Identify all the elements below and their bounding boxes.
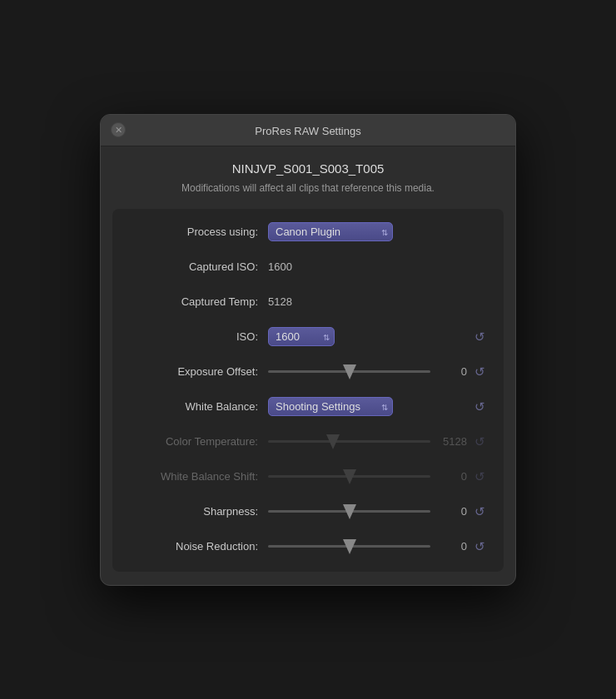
white-balance-row: White Balance: Shooting Settings Custom … (129, 395, 487, 419)
process-using-row: Process using: Canon Plugin Apple (129, 221, 487, 244)
process-using-select-wrapper: Canon Plugin Apple (268, 222, 393, 241)
iso-reset-button[interactable]: ↺ (472, 330, 487, 345)
exposure-offset-slider[interactable] (268, 370, 430, 373)
noise-reduction-reset-button[interactable]: ↺ (472, 539, 487, 554)
white-balance-shift-label: White Balance Shift: (129, 470, 258, 483)
process-using-select[interactable]: Canon Plugin Apple (268, 222, 393, 241)
exposure-offset-slider-track (268, 370, 430, 373)
iso-select[interactable]: 800 1600 3200 6400 (268, 327, 335, 346)
exposure-offset-row: Exposure Offset: 0 ↺ (129, 360, 487, 384)
color-temperature-row: Color Temperature: 5128 ↺ (129, 430, 487, 454)
exposure-offset-reset-button[interactable]: ↺ (472, 364, 487, 379)
captured-temp-value: 5128 (268, 295, 292, 308)
captured-iso-value: 1600 (268, 260, 292, 273)
iso-label: ISO: (129, 330, 258, 343)
sharpness-slider-track (268, 510, 430, 513)
white-balance-shift-row: White Balance Shift: 0 ↺ (129, 465, 487, 488)
exposure-offset-value: 0 (437, 365, 467, 378)
color-temperature-label: Color Temperature: (129, 435, 258, 448)
exposure-offset-label: Exposure Offset: (129, 365, 258, 378)
captured-temp-label: Captured Temp: (129, 295, 258, 308)
close-button[interactable]: ✕ (111, 122, 126, 137)
sharpness-value: 0 (437, 505, 467, 518)
noise-reduction-label: Noise Reduction: (129, 540, 258, 553)
dialog-title: ProRes RAW Settings (255, 125, 360, 137)
white-balance-select[interactable]: Shooting Settings Custom Auto (268, 397, 393, 416)
sharpness-label: Sharpness: (129, 505, 258, 518)
white-balance-shift-slider-track (268, 475, 430, 478)
settings-panel: Process using: Canon Plugin Apple Captur… (112, 209, 504, 572)
color-temperature-reset-button: ↺ (472, 434, 487, 449)
captured-temp-row: Captured Temp: 5128 (129, 290, 487, 314)
white-balance-shift-value: 0 (437, 470, 467, 483)
white-balance-reset-button[interactable]: ↺ (472, 399, 487, 414)
noise-reduction-slider[interactable] (268, 545, 430, 548)
white-balance-shift-slider (268, 475, 430, 478)
color-temperature-slider (268, 440, 430, 443)
white-balance-shift-reset-button: ↺ (472, 469, 487, 484)
noise-reduction-slider-track (268, 545, 430, 548)
sharpness-row: Sharpness: 0 ↺ (129, 500, 487, 523)
sharpness-reset-button[interactable]: ↺ (472, 504, 487, 519)
captured-iso-row: Captured ISO: 1600 (129, 255, 487, 279)
noise-reduction-row: Noise Reduction: 0 ↺ (129, 535, 487, 558)
sharpness-slider[interactable] (268, 510, 430, 513)
noise-reduction-value: 0 (437, 540, 467, 553)
captured-iso-label: Captured ISO: (129, 260, 258, 273)
process-using-label: Process using: (129, 226, 258, 238)
white-balance-label: White Balance: (129, 400, 258, 413)
title-bar: ✕ ProRes RAW Settings (101, 115, 515, 146)
color-temperature-slider-track (268, 440, 430, 443)
iso-row: ISO: 800 1600 3200 6400 ↺ (129, 325, 487, 349)
color-temperature-value: 5128 (437, 435, 467, 448)
prores-raw-settings-dialog: ✕ ProRes RAW Settings NINJVP_S001_S003_T… (100, 114, 516, 586)
filename: NINJVP_S001_S003_T005 (117, 161, 499, 176)
iso-select-wrapper: 800 1600 3200 6400 (268, 327, 335, 346)
dialog-header: NINJVP_S001_S003_T005 Modifications will… (101, 146, 515, 202)
subtitle: Modifications will affect all clips that… (117, 182, 499, 194)
white-balance-select-wrapper: Shooting Settings Custom Auto (268, 397, 393, 416)
